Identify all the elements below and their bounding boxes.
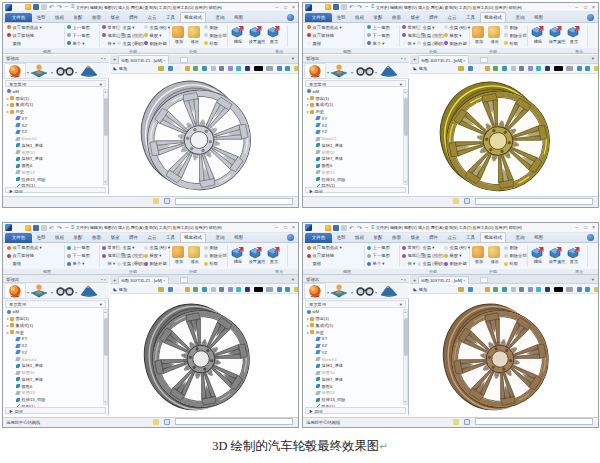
svg-text:▾: ▾ <box>375 290 377 295</box>
svg-text:▾: ▾ <box>351 70 353 75</box>
svg-text:▾: ▾ <box>375 70 377 75</box>
svg-text:▾: ▾ <box>75 70 77 75</box>
svg-text:▾: ▾ <box>27 290 29 295</box>
svg-text:▾: ▾ <box>327 290 329 295</box>
svg-text:▾: ▾ <box>327 70 329 75</box>
svg-text:▾: ▾ <box>51 70 53 75</box>
svg-text:▾: ▾ <box>75 290 77 295</box>
svg-text:▾: ▾ <box>351 290 353 295</box>
svg-text:▾: ▾ <box>27 70 29 75</box>
svg-text:▾: ▾ <box>51 290 53 295</box>
